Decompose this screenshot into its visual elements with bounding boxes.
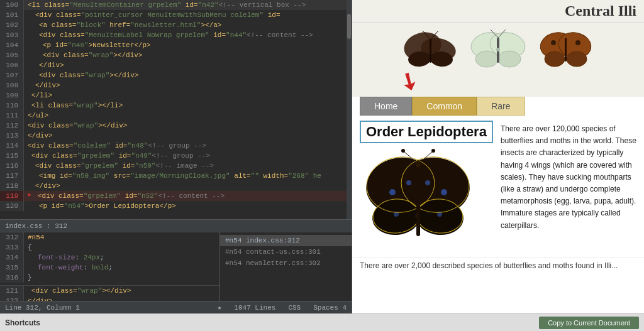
svg-rect-4 xyxy=(430,39,431,63)
css-indicator: CSS xyxy=(288,304,301,312)
code-line-107: 107 <div class="wrap"></div> xyxy=(0,70,347,80)
butterfly-img-2 xyxy=(467,28,530,73)
vertical-scrollbar[interactable] xyxy=(347,0,352,219)
svg-point-40 xyxy=(401,149,405,153)
code-line-102: 102 <a class="block" href="newsletter.ht… xyxy=(0,20,347,30)
butterfly-images-row xyxy=(352,23,644,78)
css-line-314: 314 font-size: 24px; xyxy=(0,252,219,263)
css-line-312: 312 #n54 xyxy=(0,232,219,242)
code-line-112: 112 <div class="wrap"></div> xyxy=(0,121,347,131)
code-line-104: 104 <p id="n46">Newsletter</p> xyxy=(0,40,347,50)
svg-point-21 xyxy=(575,40,580,45)
css-tooltip-item-0[interactable]: #n54 index.css:312 xyxy=(220,235,352,246)
code-line-101: 101 <div class="pointer_cursor MenuItemW… xyxy=(0,10,347,20)
svg-point-27 xyxy=(406,180,411,185)
lines-count: 1047 Lines xyxy=(234,304,275,312)
bottom-status-bar: Line 312, Column 1 ★ 1047 Lines CSS Spac… xyxy=(0,301,352,313)
code-line-119: 119 ➤ <div class="grpelem" id="n52"<!-- … xyxy=(0,191,347,201)
code-line-118: 118 </div> xyxy=(0,181,347,191)
copy-to-document-button[interactable]: Copy to Current Document xyxy=(539,317,639,329)
code-line-115: 115 <div class="grpelem" id="n49"<!-- gr… xyxy=(0,151,347,161)
code-line-108: 108 </div> xyxy=(0,80,347,90)
shortcuts-label: Shortcuts xyxy=(5,318,40,327)
shortcuts-bar: Shortcuts Copy to Current Document xyxy=(0,313,644,331)
code-line-117: 117 <img id="n50_img" src="image/Morning… xyxy=(0,171,347,181)
preview-header: Central Illi xyxy=(352,0,644,23)
code-line-114: 114 <div class="colelem" id="n48"<!-- gr… xyxy=(0,141,347,151)
css-line-122: 122 </div> xyxy=(0,296,219,301)
preview-description: There are over 120,000 species of butter… xyxy=(501,121,636,252)
svg-point-18 xyxy=(567,52,587,67)
svg-point-17 xyxy=(545,52,565,67)
css-file-indicator: index.css : 312 xyxy=(5,222,67,230)
code-line-100: 100 <li class="MenuItemContainer grpelem… xyxy=(0,0,347,10)
butterfly-img-1 xyxy=(401,28,460,73)
code-line-106: 106 </div> xyxy=(0,60,347,70)
main-butterfly-container xyxy=(360,148,476,252)
code-line-103: 103 <div class="MenuItemLabel NoWrap grp… xyxy=(0,30,347,40)
css-lines: 312 #n54 313 { 314 font-size: 24px; 315 … xyxy=(0,232,219,301)
css-tooltip-item-2[interactable]: #n54 newsletter.css:302 xyxy=(220,258,352,269)
svg-point-41 xyxy=(431,149,435,153)
scroll-thumb[interactable] xyxy=(347,14,351,39)
css-line-313: 313 { xyxy=(0,242,219,252)
svg-point-28 xyxy=(425,180,430,185)
code-line-109: 109 </li> xyxy=(0,90,347,100)
code-line-116: 116 <div class="grpelem" id="n50"<!-- im… xyxy=(0,161,347,171)
nav-tab-rare[interactable]: Rare xyxy=(477,97,525,116)
preview-bottom-text: There are over 2,000 described species o… xyxy=(352,257,644,274)
preview-left-col: Order Lepidoptera xyxy=(360,121,493,252)
preview-panel: Central Illi xyxy=(352,0,644,313)
preview-nav: Home Common Rare xyxy=(360,97,636,116)
css-tooltip: #n54 index.css:312 #n54 contact-us.css:3… xyxy=(219,232,352,301)
code-lines-container: 100 <li class="MenuItemContainer grpelem… xyxy=(0,0,347,219)
editor-status-bar: index.css : 312 xyxy=(0,219,352,232)
svg-point-26 xyxy=(389,189,396,195)
main-butterfly-svg xyxy=(360,148,476,252)
editor-panel: 100 <li class="MenuItemContainer grpelem… xyxy=(0,0,352,313)
svg-rect-36 xyxy=(416,164,420,236)
code-line-105: 105 <div class="wrap"></div> xyxy=(0,50,347,60)
code-line-113: 113 </div> xyxy=(0,131,347,141)
svg-point-9 xyxy=(475,51,498,67)
bookmark-star[interactable]: ★ xyxy=(218,303,222,312)
preview-main-content: Order Lepidoptera xyxy=(352,121,644,257)
code-line-111: 111 </ul> xyxy=(0,111,347,121)
css-line-121: 121 <div class="wrap"></div> xyxy=(0,285,219,296)
spaces-indicator: Spaces 4 xyxy=(313,304,347,312)
nav-tab-home[interactable]: Home xyxy=(360,97,412,116)
svg-point-10 xyxy=(498,51,521,67)
svg-rect-19 xyxy=(565,38,567,62)
svg-point-20 xyxy=(551,40,556,45)
preview-title: Central Illi xyxy=(565,3,636,19)
nav-tab-common[interactable]: Common xyxy=(412,97,477,116)
css-line-316: 316 } xyxy=(0,273,219,283)
line-arrow-indicator: ➤ xyxy=(24,191,35,201)
code-line-110: 110 <li class="wrap"></li> xyxy=(0,100,347,111)
code-line-120: 120 <p id="n54">Order Lepidoptera</p> xyxy=(0,201,347,211)
main-container: 100 <li class="MenuItemContainer grpelem… xyxy=(0,0,644,313)
svg-point-14 xyxy=(496,48,500,52)
css-tooltip-item-1[interactable]: #n54 contact-us.css:301 xyxy=(220,246,352,258)
svg-point-29 xyxy=(441,189,447,195)
order-title: Order Lepidoptera xyxy=(360,121,493,143)
red-arrow-container: ➘ xyxy=(352,78,644,97)
css-line-315: 315 font-weight: bold; xyxy=(0,263,219,273)
butterfly-img-3 xyxy=(536,28,596,73)
css-panel: 312 #n54 313 { 314 font-size: 24px; 315 … xyxy=(0,232,352,301)
line-col-indicator: Line 312, Column 1 xyxy=(5,304,80,312)
